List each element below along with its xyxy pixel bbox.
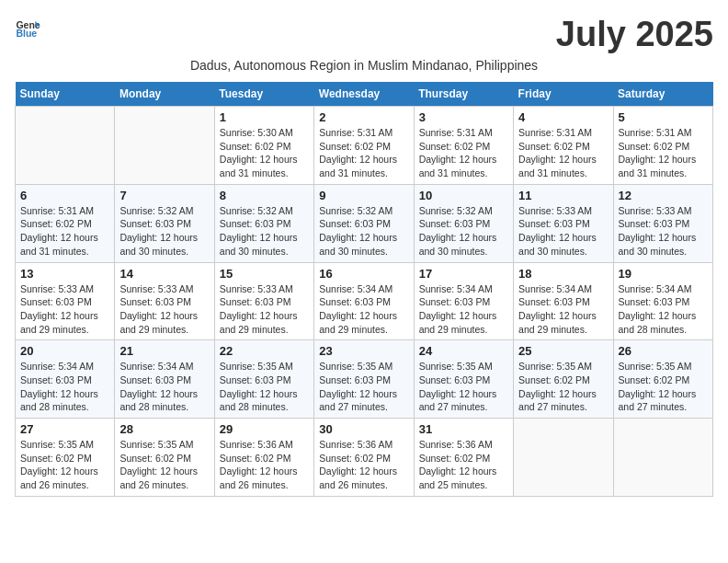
calendar-cell: 26Sunrise: 5:35 AMSunset: 6:02 PMDayligh…	[613, 340, 712, 419]
day-number: 23	[319, 344, 408, 358]
day-info: Sunrise: 5:32 AMSunset: 6:03 PMDaylight:…	[119, 204, 209, 259]
day-info: Sunrise: 5:35 AMSunset: 6:02 PMDaylight:…	[119, 438, 209, 492]
day-info: Sunrise: 5:36 AMSunset: 6:02 PMDaylight:…	[419, 438, 508, 492]
calendar-cell: 24Sunrise: 5:35 AMSunset: 6:03 PMDayligh…	[414, 340, 513, 419]
day-number: 5	[619, 110, 708, 124]
calendar-cell: 28Sunrise: 5:35 AMSunset: 6:02 PMDayligh…	[115, 419, 214, 497]
day-info: Sunrise: 5:36 AMSunset: 6:02 PMDaylight:…	[220, 438, 309, 492]
day-number: 31	[419, 422, 508, 436]
day-number: 3	[419, 110, 508, 124]
calendar-cell: 30Sunrise: 5:36 AMSunset: 6:02 PMDayligh…	[314, 419, 414, 497]
day-info: Sunrise: 5:35 AMSunset: 6:03 PMDaylight:…	[419, 360, 508, 414]
weekday-header-wednesday: Wednesday	[314, 82, 414, 107]
day-info: Sunrise: 5:30 AMSunset: 6:02 PMDaylight:…	[220, 126, 309, 180]
calendar-cell: 29Sunrise: 5:36 AMSunset: 6:02 PMDayligh…	[214, 419, 313, 497]
calendar-cell: 7Sunrise: 5:32 AMSunset: 6:03 PMDaylight…	[115, 184, 214, 262]
calendar-week-4: 20Sunrise: 5:34 AMSunset: 6:03 PMDayligh…	[16, 340, 713, 419]
day-info: Sunrise: 5:33 AMSunset: 6:03 PMDaylight:…	[20, 282, 109, 337]
calendar-week-3: 13Sunrise: 5:33 AMSunset: 6:03 PMDayligh…	[16, 262, 713, 340]
calendar-cell: 6Sunrise: 5:31 AMSunset: 6:02 PMDaylight…	[16, 184, 115, 262]
calendar-cell: 13Sunrise: 5:33 AMSunset: 6:03 PMDayligh…	[16, 262, 115, 340]
day-number: 22	[220, 344, 309, 358]
calendar-cell: 25Sunrise: 5:35 AMSunset: 6:02 PMDayligh…	[514, 340, 613, 419]
day-number: 20	[20, 344, 109, 358]
day-number: 10	[419, 189, 508, 202]
day-number: 30	[319, 422, 408, 436]
day-info: Sunrise: 5:35 AMSunset: 6:03 PMDaylight:…	[220, 360, 309, 414]
calendar-cell	[115, 107, 214, 185]
svg-text:Blue: Blue	[16, 28, 37, 39]
day-number: 21	[119, 344, 209, 358]
calendar-cell: 27Sunrise: 5:35 AMSunset: 6:02 PMDayligh…	[16, 419, 115, 497]
day-number: 12	[619, 189, 708, 202]
calendar-cell: 23Sunrise: 5:35 AMSunset: 6:03 PMDayligh…	[314, 340, 414, 419]
day-number: 2	[319, 110, 408, 124]
day-number: 6	[20, 189, 109, 202]
calendar-table: SundayMondayTuesdayWednesdayThursdayFrid…	[15, 82, 713, 497]
logo: General Blue	[15, 15, 40, 40]
calendar-cell: 3Sunrise: 5:31 AMSunset: 6:02 PMDaylight…	[414, 107, 513, 185]
logo-icon: General Blue	[15, 15, 40, 40]
weekday-header-thursday: Thursday	[414, 82, 513, 107]
calendar-cell	[613, 419, 712, 497]
weekday-header-friday: Friday	[514, 82, 613, 107]
calendar-week-1: 1Sunrise: 5:30 AMSunset: 6:02 PMDaylight…	[16, 107, 713, 185]
weekday-header-saturday: Saturday	[613, 82, 712, 107]
day-number: 16	[319, 267, 408, 281]
weekday-header-tuesday: Tuesday	[214, 82, 313, 107]
day-info: Sunrise: 5:35 AMSunset: 6:03 PMDaylight:…	[319, 360, 408, 414]
day-number: 11	[518, 189, 608, 202]
day-info: Sunrise: 5:32 AMSunset: 6:03 PMDaylight:…	[319, 204, 408, 259]
day-number: 4	[518, 110, 608, 124]
day-number: 14	[119, 267, 209, 281]
day-info: Sunrise: 5:34 AMSunset: 6:03 PMDaylight:…	[619, 282, 708, 337]
calendar-cell: 16Sunrise: 5:34 AMSunset: 6:03 PMDayligh…	[314, 262, 414, 340]
day-info: Sunrise: 5:31 AMSunset: 6:02 PMDaylight:…	[419, 126, 508, 180]
day-number: 18	[518, 267, 608, 281]
calendar-cell: 19Sunrise: 5:34 AMSunset: 6:03 PMDayligh…	[613, 262, 712, 340]
calendar-cell: 12Sunrise: 5:33 AMSunset: 6:03 PMDayligh…	[613, 184, 712, 262]
calendar-cell: 8Sunrise: 5:32 AMSunset: 6:03 PMDaylight…	[214, 184, 313, 262]
calendar-cell: 17Sunrise: 5:34 AMSunset: 6:03 PMDayligh…	[414, 262, 513, 340]
day-number: 15	[220, 267, 309, 281]
day-number: 8	[220, 189, 309, 202]
calendar-cell: 22Sunrise: 5:35 AMSunset: 6:03 PMDayligh…	[214, 340, 313, 419]
day-info: Sunrise: 5:33 AMSunset: 6:03 PMDaylight:…	[220, 282, 309, 337]
calendar-cell: 1Sunrise: 5:30 AMSunset: 6:02 PMDaylight…	[214, 107, 313, 185]
day-number: 27	[20, 422, 109, 436]
day-info: Sunrise: 5:32 AMSunset: 6:03 PMDaylight:…	[419, 204, 508, 259]
day-info: Sunrise: 5:33 AMSunset: 6:03 PMDaylight:…	[119, 282, 209, 337]
day-info: Sunrise: 5:34 AMSunset: 6:03 PMDaylight:…	[119, 360, 209, 414]
day-info: Sunrise: 5:31 AMSunset: 6:02 PMDaylight:…	[20, 204, 109, 259]
day-info: Sunrise: 5:33 AMSunset: 6:03 PMDaylight:…	[619, 204, 708, 259]
day-info: Sunrise: 5:34 AMSunset: 6:03 PMDaylight:…	[20, 360, 109, 414]
day-info: Sunrise: 5:36 AMSunset: 6:02 PMDaylight:…	[319, 438, 408, 492]
calendar-cell: 20Sunrise: 5:34 AMSunset: 6:03 PMDayligh…	[16, 340, 115, 419]
calendar-cell: 18Sunrise: 5:34 AMSunset: 6:03 PMDayligh…	[514, 262, 613, 340]
day-info: Sunrise: 5:33 AMSunset: 6:03 PMDaylight:…	[518, 204, 608, 259]
day-number: 28	[119, 422, 209, 436]
calendar-cell: 14Sunrise: 5:33 AMSunset: 6:03 PMDayligh…	[115, 262, 214, 340]
day-number: 1	[220, 110, 309, 124]
calendar-cell: 2Sunrise: 5:31 AMSunset: 6:02 PMDaylight…	[314, 107, 414, 185]
day-info: Sunrise: 5:34 AMSunset: 6:03 PMDaylight:…	[518, 282, 608, 337]
day-number: 29	[220, 422, 309, 436]
weekday-header-monday: Monday	[115, 82, 214, 107]
day-number: 9	[319, 189, 408, 202]
day-info: Sunrise: 5:34 AMSunset: 6:03 PMDaylight:…	[419, 282, 508, 337]
calendar-week-2: 6Sunrise: 5:31 AMSunset: 6:02 PMDaylight…	[16, 184, 713, 262]
calendar-cell: 31Sunrise: 5:36 AMSunset: 6:02 PMDayligh…	[414, 419, 513, 497]
calendar-cell: 15Sunrise: 5:33 AMSunset: 6:03 PMDayligh…	[214, 262, 313, 340]
day-info: Sunrise: 5:35 AMSunset: 6:02 PMDaylight:…	[619, 360, 708, 414]
calendar-cell: 5Sunrise: 5:31 AMSunset: 6:02 PMDaylight…	[613, 107, 712, 185]
day-number: 25	[518, 344, 608, 358]
day-info: Sunrise: 5:35 AMSunset: 6:02 PMDaylight:…	[20, 438, 109, 492]
day-number: 26	[619, 344, 708, 358]
calendar-cell: 11Sunrise: 5:33 AMSunset: 6:03 PMDayligh…	[514, 184, 613, 262]
day-number: 7	[119, 189, 209, 202]
calendar-cell: 9Sunrise: 5:32 AMSunset: 6:03 PMDaylight…	[314, 184, 414, 262]
day-info: Sunrise: 5:31 AMSunset: 6:02 PMDaylight:…	[518, 126, 608, 180]
day-info: Sunrise: 5:31 AMSunset: 6:02 PMDaylight:…	[619, 126, 708, 180]
day-number: 13	[20, 267, 109, 281]
day-number: 24	[419, 344, 508, 358]
